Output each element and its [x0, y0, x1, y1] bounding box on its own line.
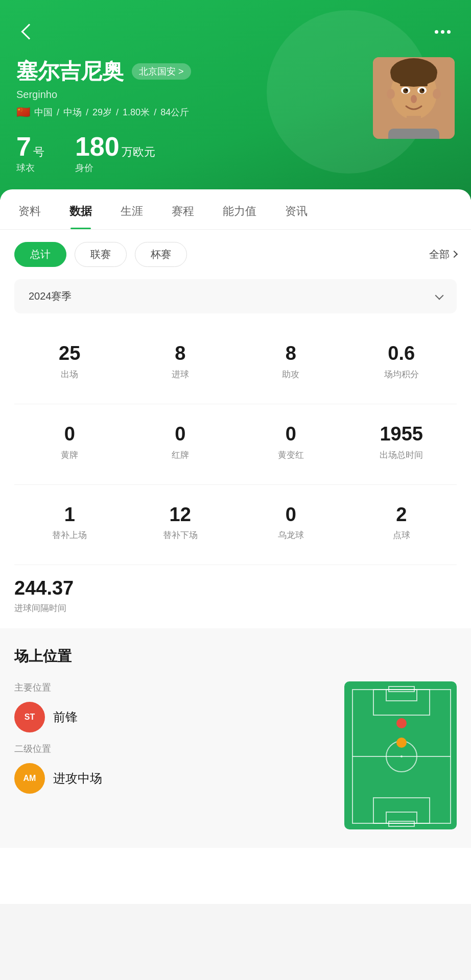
position-list: 主要位置 ST 前锋 二级位置 AM 进攻中场 — [14, 681, 324, 804]
market-value-label: 身价 — [75, 162, 155, 174]
stats-grid-3: 1 替补上场 12 替补下场 0 乌龙球 2 点球 — [14, 490, 457, 556]
stat-value: 0 — [244, 504, 338, 526]
stat-label: 点球 — [355, 529, 449, 541]
filter-all-button[interactable]: 全部 — [429, 248, 457, 261]
hero-section: 塞尔吉尼奥 北京国安 Serginho 🇨🇳 中国 / 中场 / 29岁 / 1… — [0, 0, 471, 200]
primary-position-item: ST 前锋 — [14, 702, 324, 732]
svg-point-13 — [422, 89, 424, 91]
svg-point-28 — [396, 718, 407, 728]
player-stats-row: 7号 球衣 180万欧元 身价 — [16, 133, 373, 174]
secondary-position-group: 二级位置 AM 进攻中场 — [14, 743, 324, 794]
svg-rect-6 — [400, 84, 411, 86]
market-value-number: 180万欧元 — [75, 133, 155, 160]
svg-point-5 — [433, 89, 441, 99]
tab-profile[interactable]: 资料 — [4, 189, 55, 229]
svg-rect-16 — [388, 129, 439, 139]
player-info: 塞尔吉尼奥 北京国安 Serginho 🇨🇳 中国 / 中场 / 29岁 / 1… — [16, 57, 455, 174]
more-button[interactable] — [431, 26, 455, 38]
svg-point-4 — [387, 89, 395, 99]
stat-label: 出场 — [22, 369, 117, 380]
stat-label: 黄变红 — [244, 449, 338, 461]
tab-data[interactable]: 数据 — [55, 189, 106, 229]
stat-value: 12 — [133, 504, 228, 526]
stat-red: 0 红牌 — [125, 409, 236, 475]
stat-appearances: 25 出场 — [14, 329, 125, 395]
stat-goals: 8 进球 — [125, 329, 236, 395]
primary-position-group: 主要位置 ST 前锋 — [14, 681, 324, 732]
position-title: 场上位置 — [14, 647, 457, 666]
name-row: 塞尔吉尼奥 北京国安 — [16, 57, 373, 86]
stat-label: 进球 — [133, 369, 228, 380]
stat-sub-off: 12 替补下场 — [125, 490, 236, 556]
stat-label: 助攻 — [244, 369, 338, 380]
flag-icon: 🇨🇳 — [16, 106, 30, 119]
jersey-sublabel: 球衣 — [16, 162, 44, 174]
position-section: 场上位置 主要位置 ST 前锋 二级位置 AM 进攻中场 — [0, 628, 471, 848]
season-selector[interactable]: 2024赛季 — [14, 279, 457, 313]
secondary-label: 二级位置 — [14, 743, 324, 755]
tab-bar: 资料 数据 生涯 赛程 能力值 资讯 — [0, 189, 471, 230]
stat-label: 场均积分 — [355, 369, 449, 380]
chevron-right-icon — [451, 250, 458, 257]
back-button[interactable] — [16, 20, 39, 43]
svg-rect-7 — [416, 84, 428, 86]
stat-assists: 8 助攻 — [236, 329, 346, 395]
stat-sub-on: 1 替补上场 — [14, 490, 125, 556]
jersey-stat: 7号 球衣 — [16, 133, 44, 174]
svg-point-14 — [411, 95, 417, 103]
filter-row: 总计 联赛 杯赛 全部 — [0, 230, 471, 279]
player-position: 中场 — [63, 106, 82, 118]
stats-section-1: 25 出场 8 进球 8 助攻 0.6 场均积分 — [0, 324, 471, 404]
filter-league[interactable]: 联赛 — [75, 242, 127, 267]
player-avatar — [373, 57, 455, 139]
tab-schedule[interactable]: 赛程 — [157, 189, 208, 229]
team-badge-button[interactable]: 北京国安 — [132, 63, 191, 80]
player-left: 塞尔吉尼奥 北京国安 Serginho 🇨🇳 中国 / 中场 / 29岁 / 1… — [16, 57, 373, 174]
stat-penalty: 2 点球 — [346, 490, 457, 556]
stat-value: 0 — [22, 424, 117, 445]
tab-career[interactable]: 生涯 — [106, 189, 157, 229]
stat-label: 黄牌 — [22, 449, 117, 461]
player-age: 29岁 — [92, 106, 112, 118]
content-area: 资料 数据 生涯 赛程 能力值 资讯 总计 联赛 杯赛 全部 2024赛季 25… — [0, 189, 471, 904]
market-value-stat: 180万欧元 身价 — [75, 133, 155, 174]
back-icon — [21, 23, 37, 39]
extra-stat-label: 进球间隔时间 — [14, 602, 457, 614]
primary-label: 主要位置 — [14, 681, 324, 694]
extra-stat-value: 244.37 — [14, 577, 457, 599]
secondary-position-name: 进攻中场 — [53, 770, 102, 787]
stats-grid-2: 0 黄牌 0 红牌 0 黄变红 1955 出场总时间 — [14, 409, 457, 475]
stat-value: 1 — [22, 504, 117, 526]
stat-label: 替补下场 — [133, 529, 228, 541]
svg-point-21 — [401, 755, 403, 757]
svg-point-29 — [396, 738, 407, 748]
field-diagram — [344, 681, 457, 829]
svg-point-12 — [406, 89, 408, 91]
tab-abilities[interactable]: 能力值 — [208, 189, 271, 229]
stat-value: 8 — [133, 343, 228, 364]
stat-value: 2 — [355, 504, 449, 526]
meta-divider: / — [57, 107, 59, 118]
player-en-name: Serginho — [16, 89, 373, 101]
dot-icon — [441, 30, 444, 34]
avatar-face — [373, 57, 455, 139]
am-badge: AM — [14, 763, 45, 794]
top-bar — [16, 20, 455, 43]
tab-news[interactable]: 资讯 — [271, 189, 322, 229]
stat-avg-score: 0.6 场均积分 — [346, 329, 457, 395]
stat-yellow: 0 黄牌 — [14, 409, 125, 475]
stat-value: 1955 — [355, 424, 449, 445]
filter-cup[interactable]: 杯赛 — [135, 242, 187, 267]
position-content: 主要位置 ST 前锋 二级位置 AM 进攻中场 — [14, 681, 457, 829]
st-badge: ST — [14, 702, 45, 732]
stats-section-3: 1 替补上场 12 替补下场 0 乌龙球 2 点球 — [0, 485, 471, 565]
stat-yellow-red: 0 黄变红 — [236, 409, 346, 475]
filter-total[interactable]: 总计 — [14, 242, 66, 267]
meta-divider: / — [116, 107, 119, 118]
player-meta: 🇨🇳 中国 / 中场 / 29岁 / 1.80米 / 84公斤 — [16, 106, 373, 119]
jersey-number: 7号 — [16, 133, 44, 160]
stats-section-2: 0 黄牌 0 红牌 0 黄变红 1955 出场总时间 — [0, 404, 471, 484]
stat-own-goal: 0 乌龙球 — [236, 490, 346, 556]
extra-stat: 244.37 进球间隔时间 — [0, 565, 471, 618]
secondary-position-item: AM 进攻中场 — [14, 763, 324, 794]
